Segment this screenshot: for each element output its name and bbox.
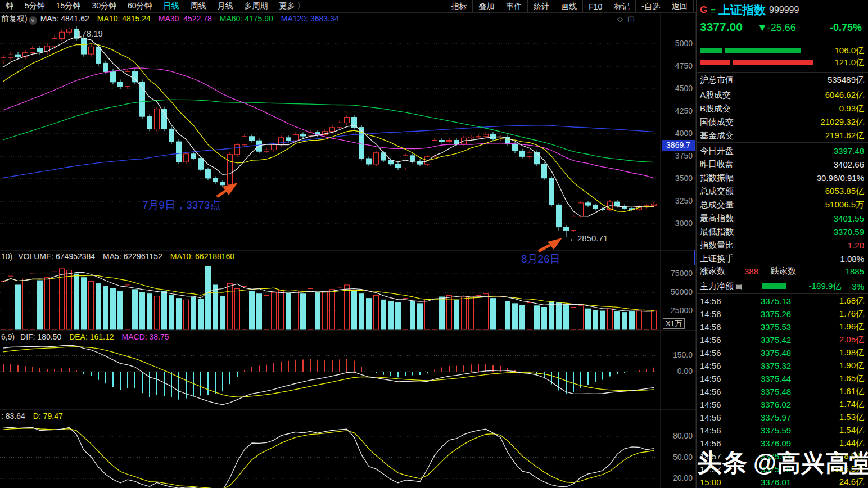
stat-label: A股成交 [700,90,731,101]
tick-time: 14:56 [700,387,735,396]
separator [697,72,868,73]
trading-terminal: 钟5分钟15分钟30分钟60分钟日线周线月线多周期更多 〉 指标叠加事件统计画线… [0,0,868,488]
tick-row: 14:563376.021.74亿 [697,398,868,411]
chevron-down-icon[interactable]: ∨ [29,16,37,25]
toolbar: 钟5分钟15分钟30分钟60分钟日线周线月线多周期更多 〉 指标叠加事件统计画线… [0,0,696,13]
separator [697,293,868,294]
stat-label: 最高指数 [700,213,734,224]
menu-统计[interactable]: 统计 [527,0,555,12]
candlestick-chart[interactable] [0,0,696,488]
tick-time: 14:56 [700,322,735,332]
stat-value: 30.96/0.91% [817,173,864,183]
index-name[interactable]: 上证指数 [718,2,766,18]
stat-row: 沪总市值535489亿 [700,73,864,87]
main-flow-pct: -3% [849,282,864,291]
tick-price: 3375.44 [735,374,817,383]
tab-钟[interactable]: 钟 [0,1,19,11]
tab-15分钟[interactable]: 15分钟 [51,1,87,11]
menu-叠加[interactable]: 叠加 [472,0,500,12]
indicator-value: DIF: 180.50 [20,332,61,341]
tick-row: 14:563375.131.68亿 [697,295,868,308]
quote-sidebar: G ≡ 上证指数 999999 3377.00 ▼-25.66 -0.75% 1… [696,0,868,488]
stat-row: 最低指数3370.59 [700,225,864,238]
toolbar-right-menu: 指标叠加事件统计画线F10标记-自选返回 [445,0,694,12]
tab-月线[interactable]: 月线 [212,1,239,11]
source-badge: G [700,4,707,16]
buy-strength-bar [700,48,722,53]
menu-返回[interactable]: 返回 [666,0,694,12]
tick-time: 14:56 [700,413,735,422]
kdj-header: : 83.64D: 79.47 [1,412,71,421]
main-flow-label: 主力净额 [700,281,734,292]
stat-row: 基金成交2191.62亿 [700,129,864,142]
tick-price: 3375.97 [735,413,817,422]
menu-事件[interactable]: 事件 [500,0,527,12]
price-change-pct: -0.75% [830,22,862,34]
volume-param-label: 10) [1,252,12,261]
stat-label: 今日开盘 [700,146,734,156]
price-axis-label: 3500 [661,174,693,183]
macd-values: DIF: 180.50DEA: 161.12MACD: 38.75 [20,332,177,341]
tick-amount: 1.90亿 [817,360,864,371]
stat-value: 6046.62亿 [825,90,864,101]
indicator-value: MACD: 38.75 [122,332,169,341]
tick-amount: 1.53亿 [817,412,864,423]
stat-row: 上证换手1.08% [700,252,864,265]
tab-60分钟[interactable]: 60分钟 [122,1,158,11]
advancers-label: 涨家数 [700,266,725,277]
stat-label: 总成交额 [700,186,734,197]
tick-row: 14:563375.481.61亿 [697,385,868,398]
main-chart-header: 前复权)∨MA5: 4841.62MA10: 4815.24MA30: 4522… [1,14,347,25]
menu--自选[interactable]: -自选 [635,0,666,12]
indicator-value: DEA: 161.12 [69,332,114,341]
quote-row: 3377.00 ▼-25.66 -0.75% [700,20,864,34]
tick-amount: 1.96亿 [817,322,864,332]
ma-values: MA5: 4841.62MA10: 4815.24MA30: 4522.78MA… [40,14,347,23]
main-flow-value: -189.9亿 [809,281,842,292]
stat-label: 基金成交 [700,130,734,141]
kdj-axis-label: 50.00 [661,453,693,462]
indicator-value: VOLUME: 674952384 [18,252,95,261]
tab-5分钟[interactable]: 5分钟 [19,1,51,11]
stat-value: 3370.59 [834,227,864,237]
stat-label: 最低指数 [700,227,734,237]
menu-画线[interactable]: 画线 [555,0,582,12]
flow-bar [762,283,786,289]
advancers-decliners-row: 涨家数 388 跌家数 1885 [700,264,864,278]
tab-日线[interactable]: 日线 [158,1,185,11]
tick-amount: 1.98亿 [817,347,864,358]
tab-多周期[interactable]: 多周期 [239,1,274,11]
tick-row: 14:563375.261.76亿 [697,308,868,320]
diamond-icon[interactable]: ◇ [617,15,623,23]
watermark-author: @高兴高堂 [753,450,868,476]
price-axis-label: 4750 [661,61,693,70]
low-price-label: ←2850.71 [569,233,608,243]
stat-row: 总成交额6053.85亿 [700,184,864,198]
tick-price: 3375.53 [735,322,817,332]
volume-unit-tag: X1万 [663,318,685,329]
tick-row: 14:563375.591.54亿 [697,424,868,437]
macd-param-label: 6,9) [1,332,15,341]
stat-value: 21029.32亿 [820,117,864,128]
tab-更多 〉[interactable]: 更多 〉 [274,1,311,11]
tick-price: 3375.48 [735,348,817,358]
menu-F10[interactable]: F10 [582,0,608,12]
stat-row: 昨日收盘3402.66 [700,157,864,171]
advancers-count: 388 [744,266,758,276]
indicator-value: MA60: 4175.90 [220,14,273,23]
volume-axis-label: 25000 [661,306,693,315]
stat-value: 3397.48 [834,146,864,156]
menu-指标[interactable]: 指标 [445,0,472,12]
decliners-count: 1885 [846,266,864,276]
stat-value: 6053.85亿 [825,186,864,197]
index-code: 999999 [769,5,799,15]
tab-周线[interactable]: 周线 [185,1,212,11]
tick-price: 3375.59 [735,426,817,435]
panel-layout-icon[interactable]: ◫ [627,15,634,23]
sell-strength-value: 121.0亿 [834,57,864,68]
tab-30分钟[interactable]: 30分钟 [86,1,122,11]
menu-标记[interactable]: 标记 [608,0,635,12]
tick-price: 3375.32 [735,361,817,370]
stat-row: 总成交量51006.5万 [700,198,864,211]
tick-amount: 2.05亿 [817,335,864,345]
